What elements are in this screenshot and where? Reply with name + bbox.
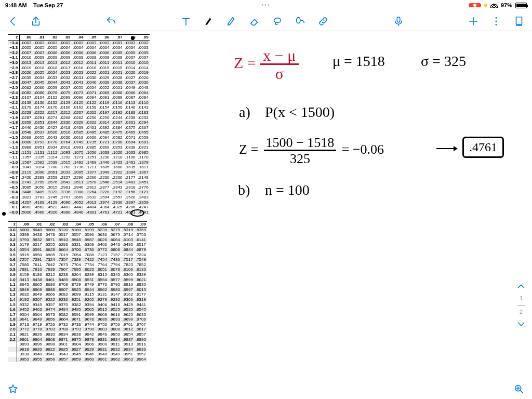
z-cell: .0793 <box>33 140 46 145</box>
z-cell: .5398 <box>17 232 31 237</box>
z-cell: .3372 <box>46 190 59 195</box>
z-cell: .7123 <box>95 252 108 258</box>
z-cell: .0183 <box>137 110 150 115</box>
z-cell: .6700 <box>69 247 82 252</box>
z-cell: .0023 <box>59 70 72 75</box>
multitask-dots-icon[interactable]: ••• <box>261 2 271 8</box>
z-cell: .0222 <box>33 110 46 115</box>
z-cell: .8790 <box>108 282 121 287</box>
shapes-tool-icon[interactable] <box>295 16 306 27</box>
z-cell: .9370 <box>56 302 69 308</box>
z-cell: .9940 <box>30 352 43 357</box>
z-table-row: 0.8.7881.7910.7939.7967.7995.8023.8051.8… <box>8 267 147 272</box>
z-cell: .7823 <box>121 262 134 268</box>
page-up-button[interactable] <box>515 281 527 292</box>
z-row-label: 1.8 <box>8 317 17 322</box>
z-cell: .0010 <box>124 60 137 65</box>
z-cell: .3520 <box>124 195 137 200</box>
z-cell: .7291 <box>30 257 43 262</box>
z-cell: .1788 <box>46 165 59 170</box>
z-calc-value: = −0.06 <box>342 142 384 157</box>
z-row-label: −0.4 <box>8 190 19 195</box>
z-cell: .1075 <box>72 150 85 155</box>
z-cell: .0084 <box>137 95 150 100</box>
z-cell: .5160 <box>69 227 82 232</box>
z-cell: .0096 <box>72 95 85 100</box>
z-cell: .8577 <box>108 277 121 283</box>
z-cell: .7642 <box>43 262 56 268</box>
z-cell: .0150 <box>111 105 124 110</box>
z-cell: .1660 <box>111 165 124 170</box>
z-cell: .3228 <box>98 190 111 195</box>
screen-record-pill[interactable] <box>469 3 481 7</box>
text-tool-icon[interactable] <box>180 16 192 27</box>
z-cell: .0764 <box>59 140 72 145</box>
eraser-tool-icon[interactable] <box>249 16 260 27</box>
z-cell: .8413 <box>17 277 31 283</box>
z-cell: .3409 <box>33 190 46 195</box>
z-cell: .1736 <box>72 165 85 170</box>
z-cell: .9484 <box>56 307 69 312</box>
highlighter-tool-icon[interactable] <box>226 16 237 27</box>
z-cell: .1469 <box>85 160 98 165</box>
z-cell: .1922 <box>111 170 124 175</box>
page-down-button[interactable] <box>515 318 527 330</box>
link-tool-icon[interactable] <box>317 16 329 27</box>
back-button[interactable] <box>7 16 19 27</box>
z-cell: .5636 <box>95 232 108 237</box>
z-col-header: .09 <box>134 222 147 228</box>
z-cell: .8708 <box>56 282 69 287</box>
add-button[interactable] <box>468 16 479 27</box>
z-cell: .0010 <box>137 60 150 65</box>
z-cell: .0024 <box>46 70 59 75</box>
z-cell: .0392 <box>98 125 111 130</box>
z-cell: .0043 <box>59 80 72 85</box>
more-button[interactable] <box>490 16 502 27</box>
z-cell: .7611 <box>30 262 43 268</box>
z-table-row: 0.3.6179.6217.6255.6293.6331.6368.6406.6… <box>8 242 147 247</box>
z-cell: .2090 <box>33 170 46 175</box>
z-cell: .9964 <box>134 357 147 362</box>
z-cell: .1379 <box>137 160 150 165</box>
z-cell: .3336 <box>59 190 72 195</box>
z-cell: .0537 <box>33 130 46 135</box>
z-cell: .0007 <box>19 50 33 56</box>
z-cell: .9032 <box>17 292 31 297</box>
z-cell: .1093 <box>59 150 72 155</box>
z-cell: .9641 <box>17 317 31 322</box>
pen-tool-icon[interactable] <box>203 16 215 27</box>
z-cell: .0885 <box>85 145 98 150</box>
favorite-button[interactable] <box>7 383 19 395</box>
mic-button[interactable] <box>393 16 404 27</box>
z-cell: .5557 <box>69 232 82 237</box>
z-cell: .6293 <box>56 242 69 247</box>
zoom-in-button[interactable] <box>513 383 525 395</box>
z-cell: .0040 <box>85 80 98 85</box>
z-cell: .6064 <box>108 237 121 243</box>
z-cell: .0017 <box>59 65 72 71</box>
z-cell: .2578 <box>85 180 98 185</box>
z-cell: .0823 <box>137 145 150 150</box>
pages-button[interactable] <box>513 16 525 27</box>
z-cell: .8186 <box>30 272 43 277</box>
z-cell: .6026 <box>95 237 108 243</box>
z-calc: Z = 1500 − 1518 325 = −0.06 <box>239 135 384 167</box>
z-cell: .8849 <box>17 287 31 292</box>
z-cell: .0951 <box>33 145 46 150</box>
undo-button[interactable] <box>105 16 117 27</box>
z-cell: .5000 <box>17 227 31 232</box>
note-canvas[interactable]: z.00.01.02.03.04.05.06.07.08.09−3.4.0003… <box>0 31 532 399</box>
z-col-header: .05 <box>85 35 98 41</box>
z-cell: .0048 <box>137 85 150 90</box>
z-row-label: 0.1 <box>8 232 17 237</box>
z-cell: .0005 <box>124 50 137 56</box>
z-cell: .9834 <box>56 332 69 337</box>
z-cell: .0003 <box>59 40 72 45</box>
z-cell: .6844 <box>121 247 134 252</box>
lasso-tool-icon[interactable] <box>272 16 283 27</box>
z-cell: .0384 <box>111 125 124 130</box>
share-button[interactable] <box>30 16 42 27</box>
z-cell: .9082 <box>56 292 69 297</box>
z-cell: .0202 <box>85 110 98 115</box>
z-cell: .0359 <box>19 120 33 125</box>
